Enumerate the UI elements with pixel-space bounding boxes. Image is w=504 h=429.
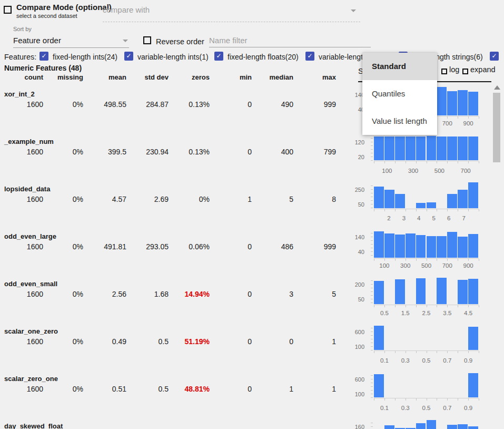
feature-filter-label: fixed-length ints(24)	[53, 53, 117, 61]
histogram-bar	[427, 420, 437, 429]
stat-value: 0%	[42, 100, 83, 109]
feature-name: lopsided_data	[4, 185, 50, 193]
y-tick-label: 200	[348, 281, 364, 288]
stat-value: 0%	[42, 337, 83, 346]
expand-label: expand	[470, 65, 496, 74]
x-axis-tick	[395, 161, 396, 163]
stat-value: 8	[295, 195, 336, 203]
scrollbar-up-icon[interactable]	[494, 85, 500, 90]
sort-by-select[interactable]: Feature order	[13, 36, 61, 45]
x-axis-tick	[479, 398, 479, 401]
chevron-down-icon	[123, 40, 128, 42]
table-row: scalar_zero_one16000%0.510.548.81%011600…	[0, 368, 504, 415]
y-axis-tick	[371, 142, 373, 142]
x-tick-label: 0.7	[437, 405, 458, 411]
x-axis-tick	[416, 398, 417, 401]
feature-filter-checkbox[interactable]: ✓	[214, 52, 223, 61]
histogram-bar	[395, 279, 405, 304]
scrollbar-thumb[interactable]	[493, 93, 500, 162]
stat-value: 0%	[42, 242, 83, 251]
stat-value: 3	[252, 290, 293, 298]
feature-filter-checkbox[interactable]: ✓	[490, 52, 499, 61]
y-axis-tick	[371, 189, 373, 190]
section-title: Numeric Features (48)	[4, 64, 82, 72]
x-axis-tick	[406, 305, 406, 307]
stat-value: 0	[211, 100, 252, 109]
column-header: mean	[85, 73, 126, 81]
x-axis-tick	[479, 116, 479, 119]
stat-value: 1	[252, 385, 293, 393]
compare-mode-checkbox[interactable]	[4, 6, 12, 14]
x-tick-label: 0.7	[437, 357, 458, 364]
feature-filter-checkbox[interactable]: ✓	[39, 52, 48, 61]
x-axis-tick	[447, 305, 448, 307]
menu-item-quantiles[interactable]: Quantiles	[362, 80, 437, 108]
x-axis-tick	[406, 209, 406, 211]
x-axis-tick	[468, 116, 469, 119]
menu-item-value-list-length[interactable]: Value list length	[362, 108, 437, 135]
stat-value: 1	[295, 337, 336, 346]
feature-name: xor_int_2	[4, 90, 35, 98]
x-tick-label: 300	[395, 262, 416, 269]
x-axis-tick	[427, 351, 427, 353]
y-tick-label: 100	[348, 391, 364, 397]
feature-name: odd_even_large	[4, 232, 56, 240]
y-tick-label: 160	[348, 424, 364, 429]
y-axis-tick	[371, 193, 373, 193]
log-checkbox[interactable]	[441, 67, 447, 76]
stat-value: 1	[295, 385, 336, 393]
x-axis-tick	[384, 259, 385, 261]
x-tick-label: 900	[458, 262, 479, 269]
x-tick-label: 0.1	[374, 405, 395, 411]
feature-filter-label: fixed-length floats(20)	[228, 53, 299, 61]
column-header: zeros	[169, 73, 210, 81]
x-tick-label: 0.5	[416, 357, 437, 364]
x-axis-tick	[437, 161, 437, 163]
name-filter-input[interactable]	[209, 33, 371, 47]
stat-value: 5	[295, 290, 336, 298]
x-tick-label: 300	[403, 168, 424, 174]
x-axis-tick	[437, 209, 437, 211]
x-axis-tick	[406, 259, 406, 261]
y-axis-tick	[371, 208, 373, 208]
feature-filter-checkbox[interactable]: ✓	[305, 52, 314, 61]
x-axis-tick	[458, 259, 458, 261]
x-axis-tick	[447, 259, 448, 261]
histogram-bar	[374, 136, 384, 160]
histogram-bar	[458, 237, 468, 258]
x-axis-tick	[479, 305, 479, 307]
compare-with-select[interactable]: compare with	[103, 5, 150, 14]
y-axis-tick	[371, 255, 373, 256]
x-axis-tick	[458, 161, 458, 163]
histogram-chart: 14040100300500700900	[348, 226, 504, 273]
histogram-bar	[447, 194, 457, 208]
stat-value: 0%	[42, 290, 83, 298]
stat-value: 1600	[2, 290, 43, 298]
histogram-bar	[384, 233, 394, 258]
column-header: min	[211, 73, 252, 81]
menu-item-standard[interactable]: Standard	[362, 53, 437, 80]
histogram-bar	[468, 136, 478, 160]
log-label: log	[449, 65, 459, 74]
x-axis-tick	[447, 209, 448, 211]
histogram-chart: 6001000.10.30.50.70.9	[348, 320, 504, 368]
x-tick-label: 700	[437, 120, 458, 126]
feature-filter-checkbox[interactable]: ✓	[124, 52, 133, 61]
y-axis-tick	[371, 339, 373, 339]
histogram-bar	[458, 90, 468, 115]
stat-value: 0%	[42, 195, 83, 203]
y-tick-label: 250	[348, 187, 364, 193]
x-axis-tick	[406, 398, 406, 401]
x-tick-label: 500	[429, 168, 450, 174]
histogram-chart: 16040	[348, 415, 504, 429]
compare-mode-subtitle: select a second dataset	[16, 13, 77, 19]
histogram-bar	[374, 187, 384, 208]
y-axis-tick	[371, 233, 373, 233]
histogram-bar	[468, 373, 478, 397]
x-tick-label: 3.5	[437, 310, 458, 316]
x-axis-tick	[458, 116, 458, 119]
x-axis-tick	[468, 351, 469, 353]
expand-checkbox[interactable]	[462, 67, 468, 76]
stat-value: 0%	[42, 385, 83, 393]
reverse-order-checkbox[interactable]	[143, 36, 151, 44]
